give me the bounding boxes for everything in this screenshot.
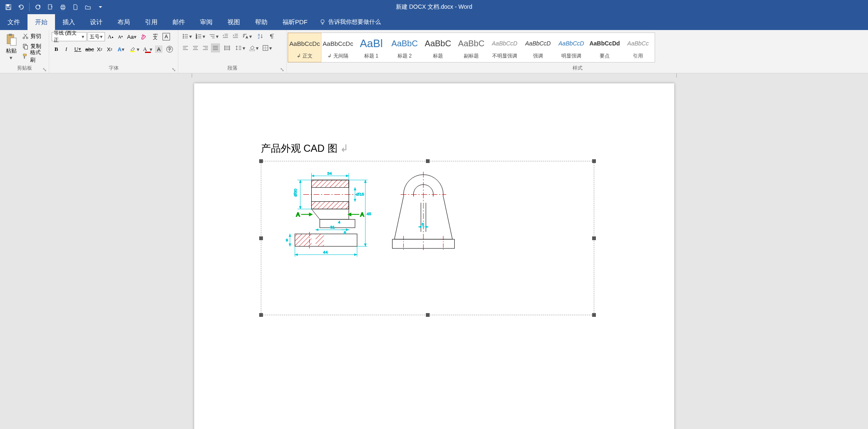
redo-button[interactable]: [32, 1, 44, 13]
show-marks-button[interactable]: [268, 32, 277, 41]
style-item-0[interactable]: AaBbCcDc↲ 正文: [288, 33, 321, 62]
tab-mailings[interactable]: 邮件: [165, 14, 193, 30]
borders-button[interactable]: ▾: [261, 43, 273, 53]
painter-label: 格式刷: [30, 49, 45, 64]
italic-button[interactable]: I: [62, 45, 71, 54]
paste-label: 粘贴: [6, 47, 17, 55]
style-name: 标题 2: [398, 52, 412, 60]
phonetic-guide-button[interactable]: 文wén: [149, 32, 162, 41]
font-name-select[interactable]: 等线 (西文正▾: [52, 32, 87, 41]
svg-rect-68: [311, 180, 349, 188]
svg-text:31: 31: [330, 225, 335, 229]
highlight-button[interactable]: ▾: [128, 45, 141, 54]
multilevel-list-button[interactable]: ▾: [208, 32, 220, 41]
font-size-select[interactable]: 五号▾: [88, 32, 105, 41]
style-item-4[interactable]: AaBbC标题: [421, 33, 455, 62]
resize-handle[interactable]: [426, 159, 430, 163]
line-spacing-button[interactable]: ▾: [234, 43, 247, 53]
subscript-button[interactable]: X2: [95, 45, 104, 54]
save-button[interactable]: [3, 1, 14, 13]
style-item-1[interactable]: AaBbCcDc↲ 无间隔: [321, 33, 355, 62]
align-left-button[interactable]: [181, 43, 190, 53]
resize-handle[interactable]: [592, 236, 596, 240]
font-color-button[interactable]: A▾: [142, 45, 154, 54]
document-area[interactable]: 产品外观 CAD 图 ↲: [0, 73, 868, 429]
bullets-icon: [182, 33, 189, 40]
superscript-button[interactable]: X2: [105, 45, 114, 54]
clear-formatting-button[interactable]: A: [139, 32, 148, 41]
blank-doc-button[interactable]: [70, 1, 81, 13]
resize-handle[interactable]: [259, 236, 263, 240]
style-name: 要点: [600, 52, 610, 60]
font-launcher-icon[interactable]: ⤡: [171, 67, 176, 72]
justify-button[interactable]: [211, 43, 220, 53]
sort-button[interactable]: AZ: [254, 32, 267, 41]
format-painter-button[interactable]: 格式刷: [21, 52, 46, 61]
cut-button[interactable]: 剪切: [21, 32, 46, 41]
svg-rect-4: [48, 5, 52, 9]
align-center-button[interactable]: [191, 43, 200, 53]
underline-button[interactable]: U▾: [72, 45, 84, 54]
style-item-9[interactable]: AaBbCcDd要点: [588, 33, 621, 62]
tab-foxit-pdf[interactable]: 福昕PDF: [275, 14, 315, 30]
style-name: 明显强调: [561, 52, 581, 60]
tab-help[interactable]: 帮助: [248, 14, 275, 30]
enclose-characters-button[interactable]: 字: [163, 45, 176, 54]
bold-button[interactable]: B: [52, 45, 61, 54]
resize-handle[interactable]: [592, 159, 596, 163]
tab-layout[interactable]: 布局: [110, 14, 138, 30]
ribbon-tabs: 文件 开始 插入 设计 布局 引用 邮件 审阅 视图 帮助 福昕PDF 告诉我你…: [0, 14, 868, 30]
asian-layout-button[interactable]: A▾: [241, 32, 253, 41]
shading-button[interactable]: ▾: [248, 43, 260, 53]
resize-handle[interactable]: [259, 313, 263, 317]
svg-point-12: [23, 37, 25, 39]
paste-icon: [5, 33, 18, 46]
text-effects-button[interactable]: A▾: [115, 45, 128, 54]
increase-indent-button[interactable]: [231, 32, 240, 41]
style-item-8[interactable]: AaBbCcD明显强调: [555, 33, 588, 62]
decrease-indent-button[interactable]: [221, 32, 230, 41]
open-button[interactable]: [82, 1, 94, 13]
distribute-button[interactable]: [221, 43, 233, 53]
svg-text:44: 44: [323, 250, 328, 254]
paragraph-launcher-icon[interactable]: ⤡: [280, 67, 285, 72]
shrink-font-button[interactable]: A▾: [116, 32, 125, 41]
style-item-10[interactable]: AaBbCc引用: [621, 33, 655, 62]
tell-me-search[interactable]: 告诉我你想要做什么: [315, 14, 381, 30]
resize-handle[interactable]: [259, 159, 263, 163]
tab-file[interactable]: 文件: [0, 14, 28, 30]
grow-font-button[interactable]: A▴: [106, 32, 115, 41]
tab-insert[interactable]: 插入: [55, 14, 83, 30]
align-right-button[interactable]: [201, 43, 210, 53]
style-item-3[interactable]: AaBbC标题 2: [388, 33, 421, 62]
numbering-button[interactable]: 123▾: [194, 32, 207, 41]
character-border-button[interactable]: A: [163, 33, 170, 40]
resize-handle[interactable]: [592, 313, 596, 317]
paste-button[interactable]: 粘贴 ▾: [3, 32, 20, 62]
bullets-button[interactable]: ▾: [181, 32, 193, 41]
resize-handle[interactable]: [426, 313, 430, 317]
qat-customize-icon[interactable]: [95, 1, 106, 13]
selected-image[interactable]: A A 34 Ø30 Ø15: [261, 161, 594, 315]
strikethrough-button[interactable]: abc: [85, 45, 94, 54]
undo-button[interactable]: [15, 1, 27, 13]
style-item-5[interactable]: AaBbC副标题: [455, 33, 488, 62]
style-gallery[interactable]: AaBbCcDc↲ 正文AaBbCcDc↲ 无间隔AaBl标题 1AaBbC标题…: [288, 33, 655, 63]
tab-view[interactable]: 视图: [220, 14, 248, 30]
print-button[interactable]: [57, 1, 69, 13]
style-item-6[interactable]: AaBbCcD不明显强调: [488, 33, 521, 62]
tab-review[interactable]: 审阅: [193, 14, 220, 30]
align-left-icon: [182, 45, 189, 51]
tab-design[interactable]: 设计: [83, 14, 110, 30]
svg-rect-17: [130, 51, 135, 52]
group-font: 等线 (西文正▾ 五号▾ A▴ A▾ Aa▾ A 文wén A B I U▾ a…: [49, 30, 178, 73]
clipboard-launcher-icon[interactable]: ⤡: [42, 67, 47, 72]
tab-home[interactable]: 开始: [28, 14, 55, 30]
style-item-7[interactable]: AaBbCcD强调: [521, 33, 555, 62]
tab-references[interactable]: 引用: [138, 14, 165, 30]
new-button[interactable]: [45, 1, 56, 13]
change-case-button[interactable]: Aa▾: [126, 32, 138, 41]
character-shading-button[interactable]: A: [155, 45, 163, 53]
style-item-2[interactable]: AaBl标题 1: [355, 33, 388, 62]
style-name: 不明显强调: [492, 52, 517, 60]
